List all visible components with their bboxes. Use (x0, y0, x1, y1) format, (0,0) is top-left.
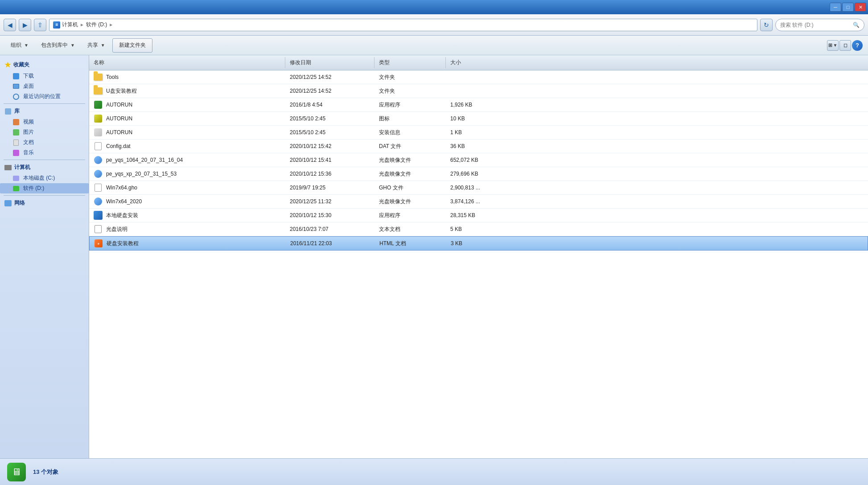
file-name-cell: U盘安装教程 (89, 84, 285, 98)
desktop-icon (12, 83, 20, 90)
file-type-cell: 光盘映像文件 (374, 167, 446, 181)
path-segment-drive[interactable]: 软件 (D:) (86, 21, 107, 29)
sidebar-item-download[interactable]: 下载 (0, 71, 89, 81)
forward-button[interactable]: ▶ (19, 19, 31, 31)
up-button[interactable]: ⇧ (34, 19, 46, 31)
file-modified-cell: 2020/10/12 15:36 (285, 167, 374, 181)
network-header[interactable]: 网络 (0, 197, 89, 209)
path-segment-computer[interactable]: 计算机 (62, 21, 78, 29)
file-icon (94, 73, 103, 82)
table-row[interactable]: Win7x64_2020 2020/12/25 11:32 光盘映像文件 3,8… (89, 195, 868, 209)
file-modified-cell: 2015/5/10 2:45 (285, 126, 374, 139)
new-folder-button[interactable]: 新建文件夹 (112, 38, 152, 53)
file-modified-cell: 2015/5/10 2:45 (285, 112, 374, 125)
computer-header[interactable]: 计算机 (0, 162, 89, 173)
minimize-button[interactable]: ─ (830, 3, 841, 12)
file-modified: 2020/12/25 14:52 (290, 74, 331, 80)
file-modified: 2020/10/12 15:41 (290, 157, 331, 163)
sidebar-item-document[interactable]: 文档 (0, 137, 89, 148)
sidebar-item-desktop[interactable]: 桌面 (0, 81, 89, 91)
path-separator: ► (80, 22, 84, 27)
table-row[interactable]: Win7x64.gho 2019/9/7 19:25 GHO 文件 2,900,… (89, 181, 868, 195)
file-size-cell: 279,696 KB (446, 167, 499, 181)
table-row[interactable]: AUTORUN 2015/5/10 2:45 安装信息 1 KB (89, 126, 868, 140)
file-name-cell: pe_yqs_1064_20_07_31_16_04 (89, 153, 285, 167)
search-box[interactable]: 🔍 (775, 19, 864, 31)
status-app-icon: 🖥 (7, 463, 26, 481)
file-type-cell: 应用程序 (374, 98, 446, 111)
include-dropdown-arrow: ▼ (70, 43, 75, 48)
close-button[interactable]: ✕ (855, 3, 866, 12)
file-name: 光盘说明 (106, 226, 128, 233)
include-library-button[interactable]: 包含到库中 ▼ (36, 38, 80, 53)
file-name: pe_yqs_xp_20_07_31_15_53 (106, 171, 177, 177)
table-row[interactable]: pe_yqs_xp_20_07_31_15_53 2020/10/12 15:3… (89, 167, 868, 181)
maximize-button[interactable]: □ (842, 3, 854, 12)
table-row[interactable]: U盘安装教程 2020/12/25 14:52 文件夹 (89, 84, 868, 98)
file-icon (94, 211, 103, 220)
col-name[interactable]: 名称 (89, 57, 285, 68)
main-area: ★ 收藏夹 下载 桌面 最近访问的位置 (0, 55, 868, 458)
file-name-cell: Win7x64_2020 (89, 195, 285, 208)
file-size-cell (446, 84, 499, 98)
help-button[interactable]: ? (852, 40, 863, 51)
file-name-cell: e 硬盘安装教程 (90, 237, 286, 250)
table-row[interactable]: pe_yqs_1064_20_07_31_16_04 2020/10/12 15… (89, 153, 868, 167)
view-toggle-button[interactable]: ⊞ ▼ (827, 40, 839, 51)
file-modified: 2015/5/10 2:45 (290, 115, 325, 122)
address-path[interactable]: 🖥 计算机 ► 软件 (D:) ► (49, 19, 757, 31)
share-button[interactable]: 共享 ▼ (82, 38, 111, 53)
file-type: 光盘映像文件 (379, 170, 411, 178)
music-icon (12, 149, 20, 156)
image-icon (12, 129, 20, 136)
file-modified-cell: 2016/11/21 22:03 (286, 237, 375, 250)
filelist-area: 名称 修改日期 类型 大小 Tools 2020/12/25 14:52 文件夹… (89, 55, 868, 458)
col-modified[interactable]: 修改日期 (285, 57, 374, 68)
library-header[interactable]: 库 (0, 106, 89, 117)
file-modified: 2016/1/8 4:54 (290, 102, 322, 108)
preview-button[interactable]: ◻ (839, 40, 851, 51)
sidebar-item-software-d[interactable]: 软件 (D:) (0, 183, 89, 193)
sidebar-item-recent[interactable]: 最近访问的位置 (0, 91, 89, 102)
file-type-cell: 光盘映像文件 (374, 153, 446, 167)
table-row[interactable]: AUTORUN 2015/5/10 2:45 图标 10 KB (89, 112, 868, 126)
file-type-cell: 文件夹 (374, 84, 446, 98)
file-name-cell: Win7x64.gho (89, 181, 285, 194)
search-input[interactable] (780, 22, 850, 28)
back-button[interactable]: ◀ (4, 19, 16, 31)
download-folder-icon (12, 73, 20, 80)
table-row[interactable]: Tools 2020/12/25 14:52 文件夹 (89, 70, 868, 84)
titlebar-controls: ─ □ ✕ (830, 3, 866, 12)
file-name-cell: pe_yqs_xp_20_07_31_15_53 (89, 167, 285, 181)
view-buttons: ⊞ ▼ ◻ ? (827, 40, 863, 51)
col-size[interactable]: 大小 (446, 57, 499, 68)
table-row[interactable]: Config.dat 2020/10/12 15:42 DAT 文件 36 KB (89, 140, 868, 153)
file-size: 279,696 KB (450, 171, 478, 177)
table-row[interactable]: e 硬盘安装教程 2016/11/21 22:03 HTML 文档 3 KB (89, 236, 868, 251)
file-type: 应用程序 (379, 212, 400, 219)
sidebar-item-music[interactable]: 音乐 (0, 148, 89, 158)
statusbar: 🖥 13 个对象 (0, 458, 868, 485)
organize-button[interactable]: 组织 ▼ (5, 38, 34, 53)
sidebar-item-local-c[interactable]: 本地磁盘 (C:) (0, 173, 89, 183)
file-modified-cell: 2020/12/25 14:52 (285, 84, 374, 98)
sidebar-item-video[interactable]: 视频 (0, 117, 89, 127)
sidebar-item-image[interactable]: 图片 (0, 127, 89, 137)
file-size-cell: 5 KB (446, 222, 499, 236)
table-row[interactable]: AUTORUN 2016/1/8 4:54 应用程序 1,926 KB (89, 98, 868, 112)
favorites-header[interactable]: ★ 收藏夹 (0, 59, 89, 71)
file-size-cell: 1 KB (446, 126, 499, 139)
file-type: 图标 (379, 115, 390, 123)
file-type-cell: 图标 (374, 112, 446, 125)
refresh-button[interactable]: ↻ (760, 19, 773, 31)
table-row[interactable]: 本地硬盘安装 2020/10/12 15:30 应用程序 28,315 KB (89, 209, 868, 222)
file-name: pe_yqs_1064_20_07_31_16_04 (106, 157, 183, 163)
file-type-cell: DAT 文件 (374, 140, 446, 153)
file-size: 1,926 KB (450, 102, 472, 108)
file-name: U盘安装教程 (106, 87, 137, 95)
titlebar: ─ □ ✕ (0, 0, 868, 14)
file-size: 36 KB (450, 143, 465, 149)
col-type[interactable]: 类型 (374, 57, 446, 68)
table-row[interactable]: 光盘说明 2016/10/23 7:07 文本文档 5 KB (89, 222, 868, 236)
share-dropdown-arrow: ▼ (101, 43, 105, 48)
